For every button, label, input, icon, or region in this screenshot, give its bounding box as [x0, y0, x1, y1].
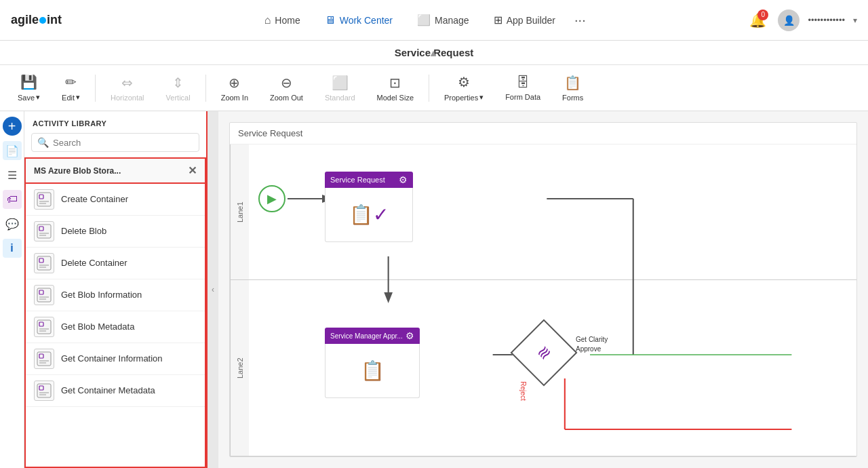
activity-item[interactable]: Get Blob Metadata [26, 311, 205, 343]
activity-item[interactable]: Delete Blob [26, 216, 205, 248]
process-node-1[interactable]: Service Request ⚙ 📋✓ [325, 172, 413, 242]
nav-appbuilder-label: App Builder [507, 15, 555, 26]
activity-item-label: Delete Container [61, 258, 127, 269]
nav-appbuilder[interactable]: ⊞ App Builder [483, 8, 566, 32]
vertical-button[interactable]: ⇕ Vertical [157, 71, 200, 106]
toolbar: 💾 Save ▾ ✏ Edit ▾ ⇔ Horizontal ⇕ Vertica… [0, 65, 868, 111]
home-icon: ⌂ [264, 14, 271, 26]
activity-item[interactable]: Delete Container [26, 248, 205, 279]
canvas-inner: Service Request Lane1 Lane2 [229, 122, 857, 457]
edit-button[interactable]: ✏ Edit ▾ [52, 70, 90, 106]
activity-item[interactable]: Get Container Information [26, 343, 205, 375]
node2-body: 📋 [325, 344, 420, 398]
activity-item[interactable]: Get Container Metadata [26, 375, 205, 407]
search-input[interactable] [53, 138, 193, 148]
formdata-button[interactable]: 🗄 Form Data [496, 71, 550, 105]
nav-manage[interactable]: ⬜ Manage [406, 8, 480, 32]
collapse-handle[interactable]: ‹ [208, 111, 218, 468]
nav-workcenter[interactable]: 🖥 Work Center [314, 9, 403, 32]
activity-item[interactable]: Create Container [26, 184, 205, 216]
modelsize-button[interactable]: ⊡ Model Size [368, 71, 423, 106]
forms-button[interactable]: 📋 Forms [553, 71, 593, 106]
user-chevron-icon[interactable]: ▾ [853, 16, 857, 25]
nav-more[interactable]: ··· [569, 9, 591, 31]
activity-item-label: Get Blob Metadata [61, 321, 134, 333]
formdata-label: Form Data [505, 93, 540, 101]
avatar: 👤 [778, 9, 800, 31]
properties-button[interactable]: ⚙ Properties ▾ [435, 70, 493, 106]
logo: agileint [11, 13, 99, 27]
zoomout-button[interactable]: ⊖ Zoom Out [260, 71, 313, 106]
toolbar-separator-3 [429, 75, 429, 102]
node2-gear-icon[interactable]: ⚙ [406, 330, 414, 341]
sidebar-info-icon[interactable]: i [3, 239, 22, 258]
canvas-area: Service Request Lane1 Lane2 [218, 111, 868, 468]
activity-item-icon [34, 349, 54, 369]
save-label: Save ▾ [18, 93, 40, 102]
save-icon: 💾 [20, 74, 37, 90]
diamond-container[interactable]: ≋ [520, 329, 572, 381]
node2-title: Service Manager Appr... [330, 332, 403, 340]
nav-right: 🔔 0 👤 •••••••••••• ▾ [745, 8, 857, 33]
activity-item-icon [34, 221, 54, 241]
start-node[interactable]: ▶ [258, 185, 285, 212]
properties-icon: ⚙ [458, 74, 470, 90]
logo-dot [39, 17, 46, 24]
diamond-label2: Approve [576, 345, 601, 353]
save-button[interactable]: 💾 Save ▾ [8, 70, 50, 106]
activity-item-label: Get Container Information [61, 353, 163, 365]
swim-lane-1: Lane1 [230, 144, 856, 280]
search-box: 🔍 [31, 133, 199, 152]
activity-item-icon [34, 189, 54, 210]
modelsize-icon: ⊡ [389, 75, 401, 91]
notification-badge: 0 [757, 9, 768, 20]
process-node-2[interactable]: Service Manager Appr... ⚙ 📋 [325, 328, 420, 398]
toolbar-separator-2 [205, 75, 206, 102]
search-icon: 🔍 [37, 137, 49, 148]
zoomin-label: Zoom In [221, 94, 248, 102]
activity-item-icon [34, 381, 54, 401]
formdata-icon: 🗄 [516, 75, 530, 90]
activity-item-icon [34, 253, 54, 273]
activity-item-label: Delete Blob [61, 226, 106, 237]
nav-home[interactable]: ⌂ Home [254, 9, 311, 32]
canvas-content: Lane1 Lane2 [230, 144, 856, 456]
standard-label: Standard [325, 94, 355, 102]
node1-body: 📋✓ [325, 188, 413, 242]
edit-icon: ✏ [65, 74, 77, 90]
node1-header: Service Request ⚙ [325, 172, 413, 188]
horizontal-button[interactable]: ⇔ Horizontal [101, 71, 154, 106]
zoomout-label: Zoom Out [270, 94, 303, 102]
activity-item-label: Create Container [61, 194, 128, 206]
category-header: MS Azure Blob Stora... ✕ [24, 157, 206, 184]
sidebar-tag-icon[interactable]: 🏷 [3, 190, 22, 209]
node1-gear-icon[interactable]: ⚙ [399, 174, 408, 185]
category-name: MS Azure Blob Stora... [34, 166, 121, 176]
standard-button[interactable]: ⬜ Standard [315, 71, 365, 106]
activity-item-label: Get Blob Information [61, 290, 142, 301]
sidebar-list-icon[interactable]: ☰ [3, 165, 22, 184]
node1-title: Service Request [330, 176, 385, 184]
sidebar-chat-icon[interactable]: 💬 [3, 214, 22, 233]
manage-icon: ⬜ [417, 14, 431, 26]
user-name: •••••••••••• [808, 15, 845, 25]
appbuilder-icon: ⊞ [494, 14, 502, 26]
node2-body-icon: 📋 [361, 359, 384, 382]
close-category-button[interactable]: ✕ [188, 164, 197, 177]
lane2-label: Lane2 [230, 280, 249, 456]
zoomin-button[interactable]: ⊕ Zoom In [212, 71, 258, 106]
collapse-icon[interactable]: ▲ [429, 47, 438, 58]
toolbar-separator-1 [95, 75, 96, 102]
notification-button[interactable]: 🔔 0 [745, 8, 770, 33]
diamond-icon: ≋ [532, 341, 555, 364]
activity-item-icon [34, 285, 54, 305]
activity-item[interactable]: Get Blob Information [26, 279, 205, 311]
sidebar-documents-icon[interactable]: 📄 [3, 141, 22, 160]
add-button[interactable]: + [3, 117, 22, 136]
top-nav: agileint ⌂ Home 🖥 Work Center ⬜ Manage ⊞… [0, 0, 868, 41]
nav-manage-label: Manage [435, 15, 469, 26]
left-sidebar: + 📄 ☰ 🏷 💬 i [0, 111, 24, 468]
forms-icon: 📋 [564, 75, 581, 91]
reject-label: Reject [519, 381, 527, 400]
forms-label: Forms [562, 94, 583, 102]
